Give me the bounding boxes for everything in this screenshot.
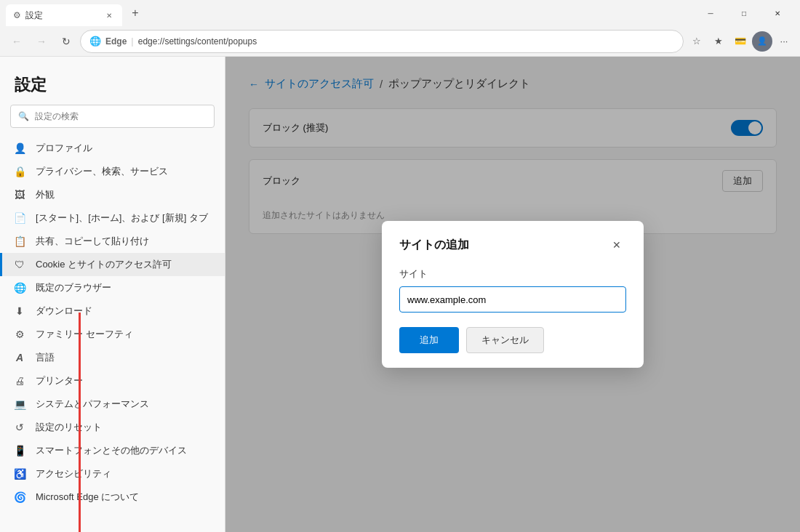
dialog-title: サイトの追加	[399, 238, 469, 253]
appearance-icon: 🖼	[12, 189, 27, 201]
dialog-site-input[interactable]	[399, 286, 626, 313]
share-icon: 📋	[12, 235, 27, 247]
sidebar-item-label: 外観	[36, 188, 55, 201]
red-line-annotation	[79, 313, 81, 532]
search-box[interactable]: 🔍	[10, 105, 215, 128]
system-icon: 💻	[12, 398, 27, 410]
profile-avatar[interactable]: 👤	[752, 31, 772, 52]
sidebar-item-default[interactable]: 🌐 既定のブラウザー	[0, 276, 225, 299]
sidebar-item-phone[interactable]: 📱 スマートフォンとその他のデバイス	[0, 439, 225, 462]
starttab-icon: 📄	[12, 212, 27, 224]
sidebar-item-label: スマートフォンとその他のデバイス	[36, 444, 187, 457]
address-separator: |	[131, 36, 133, 47]
sidebar-item-label: 共有、コピーして貼り付け	[36, 235, 149, 248]
printer-icon: 🖨	[12, 375, 27, 387]
search-input[interactable]	[35, 111, 207, 121]
sidebar-item-about[interactable]: 🌀 Microsoft Edge について	[0, 485, 225, 509]
dialog-cancel-button[interactable]: キャンセル	[466, 327, 544, 353]
sidebar-item-label: プライバシー、検索、サービス	[36, 165, 168, 178]
sidebar-item-printer[interactable]: 🖨 プリンター	[0, 369, 225, 392]
maximize-button[interactable]: □	[727, 1, 761, 25]
tab-close-button[interactable]: ✕	[103, 9, 115, 21]
dialog-site-label: サイト	[399, 267, 626, 281]
sidebar-item-label: ファミリー セーフティ	[36, 328, 133, 341]
sidebar-item-reset[interactable]: ↺ 設定のリセット	[0, 416, 225, 439]
main-layout: 設定 🔍 👤 プロファイル 🔒 プライバシー、検索、サービス 🖼 外観 📄 [ス…	[0, 57, 800, 532]
sidebar-item-label: プリンター	[36, 374, 83, 387]
sidebar-item-label: [スタート]、[ホーム]、および [新規] タブ	[36, 211, 208, 225]
sidebar-item-starttab[interactable]: 📄 [スタート]、[ホーム]、および [新規] タブ	[0, 206, 225, 230]
sidebar-item-label: 既定のブラウザー	[36, 281, 111, 294]
tab-area: ⚙ 設定 ✕ +	[6, 0, 694, 26]
sidebar-item-label: Microsoft Edge について	[36, 491, 139, 504]
sidebar-item-label: 言語	[36, 351, 55, 364]
address-brand: Edge	[105, 36, 127, 47]
sidebar-item-download[interactable]: ⬇ ダウンロード	[0, 299, 225, 323]
sidebar-item-share[interactable]: 📋 共有、コピーして貼り付け	[0, 230, 225, 253]
sidebar-item-label: システムとパフォーマンス	[36, 398, 149, 411]
sidebar-item-label: アクセシビリティ	[36, 467, 111, 480]
content-area: ← サイトのアクセス許可 / ポップアップとリダイレクト ブロック (推奨) ブ…	[225, 57, 800, 532]
addressbar: ← → ↻ 🌐 Edge | edge://settings/content/p…	[0, 26, 800, 57]
minimize-button[interactable]: ─	[694, 1, 727, 25]
family-icon: ⚙	[12, 329, 27, 340]
default-icon: 🌐	[12, 282, 27, 294]
sidebar-item-label: 設定のリセット	[36, 421, 102, 434]
address-favicon: 🌐	[89, 36, 101, 47]
sidebar-item-accessibility[interactable]: ♿ アクセシビリティ	[0, 462, 225, 485]
sidebar-item-language[interactable]: A 言語	[0, 346, 225, 369]
sidebar-item-label: プロファイル	[36, 142, 92, 155]
phone-icon: 📱	[12, 445, 27, 456]
dialog-add-button[interactable]: 追加	[399, 327, 459, 353]
address-box[interactable]: 🌐 Edge | edge://settings/content/popups	[80, 30, 684, 53]
dialog-close-button[interactable]: ✕	[607, 235, 626, 254]
addressbar-actions: ☆ ★ 💳 👤 ···	[687, 31, 794, 52]
cookies-icon: 🛡	[12, 259, 27, 270]
close-button[interactable]: ✕	[761, 1, 794, 25]
profile-icon: 👤	[12, 142, 27, 154]
forward-button[interactable]: →	[31, 31, 52, 52]
settings-tab[interactable]: ⚙ 設定 ✕	[6, 4, 122, 26]
sidebar-item-label: ダウンロード	[36, 305, 92, 318]
sidebar-item-appearance[interactable]: 🖼 外観	[0, 183, 225, 206]
wallet-icon[interactable]: 💳	[730, 31, 751, 52]
back-button[interactable]: ←	[6, 31, 28, 52]
tab-settings-icon: ⚙	[13, 10, 21, 20]
about-icon: 🌀	[12, 491, 27, 503]
sidebar-item-cookies[interactable]: 🛡 Cookie とサイトのアクセス許可	[0, 253, 225, 276]
new-tab-button[interactable]: +	[125, 3, 145, 23]
privacy-icon: 🔒	[12, 166, 27, 177]
sidebar-item-profile[interactable]: 👤 プロファイル	[0, 137, 225, 160]
reset-icon: ↺	[12, 422, 27, 433]
search-icon: 🔍	[18, 111, 29, 121]
favorites-icon[interactable]: ☆	[687, 31, 707, 52]
sidebar-item-privacy[interactable]: 🔒 プライバシー、検索、サービス	[0, 160, 225, 183]
tab-settings-title: 設定	[25, 9, 99, 22]
sidebar-item-label: Cookie とサイトのアクセス許可	[36, 258, 172, 271]
sidebar-heading: 設定	[0, 57, 225, 105]
window-controls: ─ □ ✕	[694, 1, 794, 25]
collections-icon[interactable]: ★	[708, 31, 729, 52]
sidebar-item-system[interactable]: 💻 システムとパフォーマンス	[0, 392, 225, 416]
refresh-button[interactable]: ↻	[55, 31, 77, 52]
titlebar: ⚙ 設定 ✕ + ─ □ ✕	[0, 0, 800, 26]
dialog-header: サイトの追加 ✕	[399, 235, 626, 254]
sidebar: 設定 🔍 👤 プロファイル 🔒 プライバシー、検索、サービス 🖼 外観 📄 [ス…	[0, 57, 225, 532]
add-site-dialog: サイトの追加 ✕ サイト 追加 キャンセル	[382, 221, 644, 368]
dialog-actions: 追加 キャンセル	[399, 327, 626, 353]
language-icon: A	[12, 352, 27, 363]
modal-overlay: サイトの追加 ✕ サイト 追加 キャンセル	[225, 57, 800, 532]
address-url: edge://settings/content/popups	[138, 36, 257, 47]
settings-more-button[interactable]: ···	[774, 31, 794, 52]
accessibility-icon: ♿	[12, 468, 27, 480]
download-icon: ⬇	[12, 305, 27, 317]
sidebar-item-family[interactable]: ⚙ ファミリー セーフティ	[0, 323, 225, 346]
